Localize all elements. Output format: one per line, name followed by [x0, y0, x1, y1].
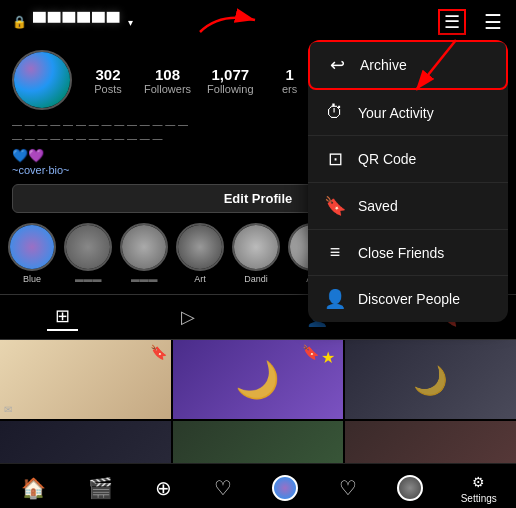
- menu-item-saved[interactable]: 🔖 Saved: [308, 183, 508, 230]
- dropdown-menu: ↩ Archive ⏱ Your Activity ⊡ QR Code 🔖 Sa…: [308, 40, 508, 322]
- archive-icon: ↩: [326, 54, 348, 76]
- menu-item-close-friends[interactable]: ≡ Close Friends: [308, 230, 508, 276]
- menu-item-archive[interactable]: ↩ Archive: [308, 40, 508, 90]
- close-friends-label: Close Friends: [358, 245, 444, 261]
- close-friends-icon: ≡: [324, 242, 346, 263]
- menu-item-activity[interactable]: ⏱ Your Activity: [308, 90, 508, 136]
- archive-label: Archive: [360, 57, 407, 73]
- saved-icon: 🔖: [324, 195, 346, 217]
- menu-item-qrcode[interactable]: ⊡ QR Code: [308, 136, 508, 183]
- qrcode-label: QR Code: [358, 151, 416, 167]
- saved-label: Saved: [358, 198, 398, 214]
- activity-label: Your Activity: [358, 105, 434, 121]
- qrcode-icon: ⊡: [324, 148, 346, 170]
- discover-label: Discover People: [358, 291, 460, 307]
- dropdown-overlay: ↩ Archive ⏱ Your Activity ⊡ QR Code 🔖 Sa…: [0, 0, 516, 508]
- activity-icon: ⏱: [324, 102, 346, 123]
- menu-item-discover[interactable]: 👤 Discover People: [308, 276, 508, 322]
- discover-icon: 👤: [324, 288, 346, 310]
